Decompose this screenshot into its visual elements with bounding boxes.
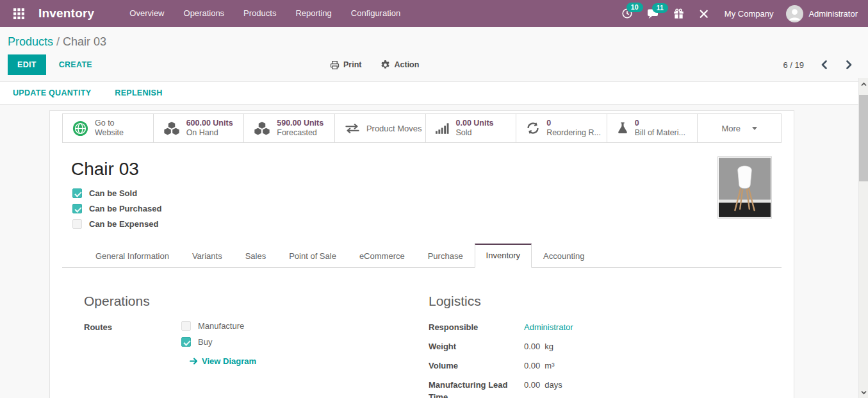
company-switcher[interactable]: My Company [725, 9, 774, 19]
vertical-scrollbar[interactable] [858, 78, 868, 398]
can-be-expensed-checkbox[interactable] [72, 219, 82, 229]
more-button[interactable]: More [698, 114, 781, 142]
avatar [786, 5, 803, 22]
flag-can-be-purchased: Can be Purchased [72, 204, 794, 213]
product-moves-button[interactable]: Product Moves [335, 114, 426, 142]
support-tools-button[interactable] [693, 6, 714, 22]
tab-accounting[interactable]: Accounting [532, 244, 596, 268]
replenish-button[interactable]: REPLENISH [115, 88, 162, 97]
app-name[interactable]: Inventory [38, 6, 94, 21]
globe-icon [72, 120, 88, 137]
activities-button[interactable]: 10 [616, 5, 638, 22]
printer-icon [330, 60, 340, 70]
volume-label: Volume [429, 360, 524, 372]
scroll-down-arrow[interactable] [859, 388, 868, 397]
print-menu[interactable]: Print [330, 60, 361, 70]
flag-can-be-sold: Can be Sold [72, 188, 794, 198]
stat-label: Bill of Materi... [635, 128, 685, 138]
stat-value: 0 [546, 119, 601, 128]
apps-menu-icon[interactable] [8, 0, 29, 27]
logistics-heading: Logistics [429, 294, 781, 309]
operations-section: Operations Routes Manufacture Buy [84, 294, 429, 398]
route-buy: Buy [181, 337, 256, 347]
tab-purchase[interactable]: Purchase [416, 244, 475, 268]
previous-record-button[interactable] [819, 59, 829, 70]
flask-icon [617, 122, 628, 135]
control-panel: Products/Chair 03 EDIT CREATE Print Acti… [0, 27, 868, 81]
routes-field: Manufacture Buy View Diagram [181, 321, 256, 366]
create-button[interactable]: CREATE [50, 55, 101, 74]
edit-button[interactable]: EDIT [8, 54, 46, 75]
menu-reporting[interactable]: Reporting [287, 0, 340, 27]
record-pager: 6 / 19 [783, 60, 804, 70]
view-diagram-link[interactable]: View Diagram [190, 356, 256, 366]
product-image [717, 156, 772, 219]
route-label: Manufacture [198, 321, 244, 331]
update-quantity-button[interactable]: UPDATE QUANTITY [13, 88, 91, 97]
user-menu[interactable]: Administrator [786, 5, 858, 22]
routes-label: Routes [84, 321, 181, 366]
can-be-purchased-checkbox[interactable] [72, 204, 82, 213]
product-sheet: Go to Website 600.00 Units On Hand 590 [49, 110, 794, 398]
forecasted-button[interactable]: 590.00 Units Forecasted [244, 114, 335, 142]
go-to-website-button[interactable]: Go to Website [63, 114, 154, 142]
on-hand-button[interactable]: 600.00 Units On Hand [154, 114, 245, 142]
flag-label: Can be Purchased [89, 204, 161, 213]
weight-label: Weight [429, 340, 524, 352]
form-statusbar: UPDATE QUANTITY REPLENISH [0, 81, 868, 104]
action-menu[interactable]: Action [381, 60, 419, 70]
cubes-icon [163, 122, 180, 135]
arrow-right-icon [190, 358, 198, 365]
gift-button[interactable] [668, 6, 689, 22]
responsible-value[interactable]: Administrator [524, 321, 573, 333]
can-be-sold-checkbox[interactable] [72, 188, 82, 198]
manufacturing-lead-time-value: 0.00days [524, 379, 562, 398]
sold-button[interactable]: 0.00 Units Sold [426, 114, 517, 142]
menu-configuration[interactable]: Configuration [343, 0, 409, 27]
flag-label: Can be Expensed [89, 219, 158, 229]
manufacture-checkbox[interactable] [181, 321, 191, 331]
activity-badge: 10 [626, 3, 643, 12]
action-label: Action [394, 60, 419, 69]
scroll-up-arrow[interactable] [859, 79, 868, 88]
stat-line2: Website [95, 128, 124, 138]
tab-sales[interactable]: Sales [234, 244, 278, 268]
view-diagram-label: View Diagram [202, 356, 256, 366]
menu-products[interactable]: Products [235, 0, 284, 27]
tab-ecommerce[interactable]: eCommerce [348, 244, 416, 268]
menu-overview[interactable]: Overview [121, 0, 172, 27]
tab-variants[interactable]: Variants [181, 244, 234, 268]
stat-line1: Go to [95, 119, 124, 128]
next-record-button[interactable] [844, 59, 854, 70]
print-label: Print [343, 60, 361, 69]
form-view: Go to Website 600.00 Units On Hand 590 [0, 104, 868, 398]
stat-value: 600.00 Units [186, 119, 233, 128]
breadcrumb-products[interactable]: Products [8, 35, 53, 48]
buy-checkbox[interactable] [181, 337, 191, 347]
messages-button[interactable]: 11 [642, 6, 664, 22]
route-manufacture: Manufacture [181, 321, 256, 331]
transfer-arrows-icon [345, 124, 360, 133]
stat-value: 0 [635, 119, 685, 128]
stat-label: Reordering R... [546, 128, 601, 138]
notebook-tabs: General Information Variants Sales Point… [62, 244, 782, 268]
user-name: Administrator [808, 9, 858, 19]
reordering-rules-button[interactable]: 0 Reordering R... [516, 114, 607, 142]
grid-icon [13, 8, 24, 19]
tab-general-information[interactable]: General Information [84, 244, 181, 268]
crossed-tools-icon [698, 8, 709, 19]
scrollbar-thumb[interactable] [859, 95, 868, 181]
inventory-tab-content: Operations Routes Manufacture Buy [50, 268, 794, 398]
breadcrumb-current: Chair 03 [63, 35, 106, 48]
chevron-right-icon [846, 60, 853, 69]
message-badge: 11 [652, 3, 668, 13]
tab-point-of-sale[interactable]: Point of Sale [277, 244, 348, 268]
breadcrumb-separator: / [56, 35, 60, 48]
tab-inventory[interactable]: Inventory [475, 244, 532, 268]
breadcrumb: Products/Chair 03 [8, 35, 860, 49]
flag-can-be-expensed: Can be Expensed [72, 219, 794, 229]
refresh-icon [526, 121, 540, 135]
bill-of-materials-button[interactable]: 0 Bill of Materi... [607, 114, 698, 142]
menu-operations[interactable]: Operations [176, 0, 233, 27]
logistics-section: Logistics Responsible Administrator Weig… [429, 294, 781, 398]
